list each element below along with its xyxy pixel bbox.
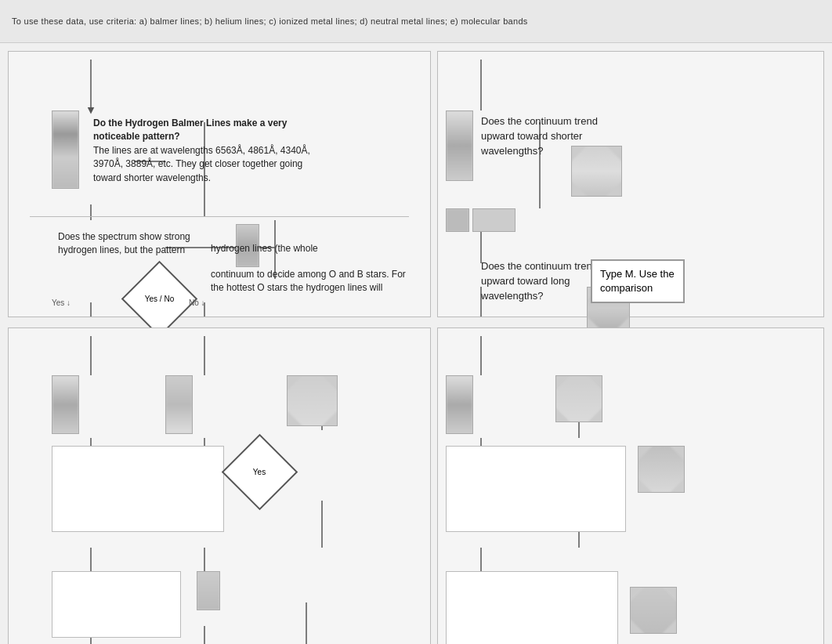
spectrum-row-right: [446, 208, 515, 232]
bottom-right-text-1: [446, 446, 626, 532]
text-box-1-body: The lines are at wavelengths 6563Å, 4861…: [93, 145, 310, 183]
bottom-left-text-box-2: [52, 571, 181, 638]
text-box-1: Do the Hydrogen Balmer Lines make a very…: [87, 110, 330, 191]
spectrum-mini-2: [472, 208, 515, 232]
top-bar-text: To use these data, use criteria: a) balm…: [12, 16, 528, 26]
spectrum-image-1: [52, 110, 79, 189]
text-box-1-heading: Do the Hydrogen Balmer Lines make a very…: [93, 118, 287, 142]
right-node-1: [555, 375, 602, 422]
bottom-right-panel: Yes ↓ No →: [437, 327, 824, 644]
bottom-node-1: [287, 375, 338, 426]
top-left-panel: Do the Hydrogen Balmer Lines make a very…: [8, 51, 431, 317]
note-label-1: Yes ↓: [52, 298, 71, 307]
note-label-2: No ↓: [189, 298, 205, 307]
right-spectrum-1: [446, 375, 473, 434]
bottom-left-panel: Yes Yes ↓ No ↓ Yes ↓ No → ↓: [8, 327, 431, 644]
flowchart-area-top-left: Do the Hydrogen Balmer Lines make a very…: [9, 52, 430, 317]
bottom-spectrum-3: [197, 571, 220, 610]
right-node-3: [630, 587, 677, 634]
bottom-spectrum-2: [165, 375, 193, 434]
top-right-panel: Does the continuum trend upward toward s…: [437, 51, 824, 317]
bottom-diamond-label-1: Yes: [253, 468, 266, 476]
top-row: Do the Hydrogen Balmer Lines make a very…: [8, 51, 824, 317]
bottom-right-text-2: [446, 571, 618, 644]
main-content: Do the Hydrogen Balmer Lines make a very…: [0, 43, 832, 644]
diamond-label-1: Yes / No: [145, 295, 174, 303]
text-box-2: Does the spectrum show strong hydrogen l…: [52, 224, 208, 264]
text-box-3: hydrogen lines (the whole: [204, 236, 400, 262]
diamond-node-1: Yes / No: [130, 270, 189, 328]
type-m-box: Type M. Use the comparison: [591, 259, 685, 303]
bottom-diamond-1: Yes: [232, 444, 287, 499]
text-box-4: continuum to decide among O and B stars.…: [204, 262, 416, 302]
question-2-text: Does the continuum trend upward toward l…: [481, 260, 598, 302]
bottom-spectrum-1: [52, 375, 79, 434]
type-m-text: Type M. Use the comparison: [600, 268, 675, 294]
fc-node-right-1: [571, 146, 622, 197]
spectrum-mini-1: [446, 208, 469, 232]
bottom-row: Yes Yes ↓ No ↓ Yes ↓ No → ↓: [8, 327, 824, 644]
text-box-3-text: hydrogen lines (the whole: [211, 243, 318, 254]
bottom-left-text-box-1: [52, 446, 224, 532]
text-box-4-text: continuum to decide among O and B stars.…: [211, 269, 406, 293]
spectrum-image-3: [446, 110, 473, 181]
top-bar: To use these data, use criteria: a) balm…: [0, 0, 832, 43]
right-node-2: [638, 446, 685, 493]
divider-1: [30, 216, 409, 217]
text-box-2-text: Does the spectrum show strong hydrogen l…: [58, 231, 190, 255]
